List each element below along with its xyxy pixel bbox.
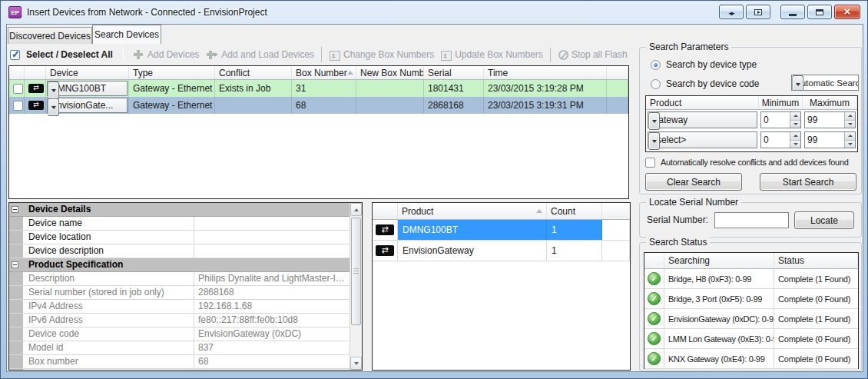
spin-down-button[interactable] xyxy=(790,141,800,148)
spin-up-button[interactable] xyxy=(790,112,800,121)
combo-dropdown-button[interactable] xyxy=(48,98,59,113)
header-checkbox-column[interactable] xyxy=(9,66,25,79)
close-button[interactable] xyxy=(834,5,860,19)
collapse-minus-icon[interactable] xyxy=(12,261,18,268)
clear-search-button[interactable]: Clear Search xyxy=(645,173,742,191)
property-row[interactable]: Firmware version 2.33 xyxy=(9,369,350,370)
collapse-minus-icon[interactable] xyxy=(12,206,18,213)
property-value[interactable]: 2.33 xyxy=(194,369,350,370)
property-value[interactable]: fe80::217:88ff:fe0b:10d8 xyxy=(194,314,350,327)
column-header-minimum[interactable]: Minimum xyxy=(759,96,803,109)
dock-toggle-button[interactable] xyxy=(719,5,744,19)
scroll-up-button[interactable] xyxy=(350,203,362,216)
auto-resolve-checkbox[interactable] xyxy=(645,158,655,168)
column-header-product[interactable]: Product xyxy=(398,203,547,219)
product-combobox[interactable]: <select> xyxy=(648,131,757,148)
product-count-row[interactable]: DMNG100BT 1 xyxy=(373,220,630,241)
header-icon-column[interactable] xyxy=(25,66,46,79)
column-header-product[interactable]: Product xyxy=(646,96,759,109)
minimize-button[interactable] xyxy=(780,5,805,19)
spin-down-button[interactable] xyxy=(845,141,855,148)
column-header-new-box-number[interactable]: New Box Number xyxy=(356,66,424,79)
toolbar-button[interactable]: Update Box Numbers xyxy=(439,48,551,62)
property-row[interactable]: IPv6 Address fe80::217:88ff:fe0b:10d8 xyxy=(9,314,350,327)
property-row[interactable]: Device Details xyxy=(9,203,350,217)
property-row[interactable]: Serial number (stored in job only) 28681… xyxy=(9,286,350,300)
property-value[interactable]: EnvisionGateway (0xDC) xyxy=(194,327,350,341)
column-header-type[interactable]: Type xyxy=(129,66,215,79)
column-header-conflict[interactable]: Conflict xyxy=(215,66,292,79)
combo-dropdown-button[interactable] xyxy=(648,132,660,148)
maximum-spinner[interactable]: 99 xyxy=(804,131,856,148)
property-value[interactable]: Philips Dynalite and LightMaster-IP Ethe… xyxy=(194,272,350,285)
product-count-row[interactable]: EnvisionGateway 1 xyxy=(373,241,630,261)
property-value[interactable]: 68 xyxy=(194,355,350,368)
search-status-row[interactable]: Bridge, 3 Port (0xF5): 0-99 Complete (0 … xyxy=(644,289,858,309)
property-row[interactable]: Device name xyxy=(9,217,350,231)
column-header-status[interactable]: Status xyxy=(774,253,858,268)
search-mode-dropdown[interactable]: Automatic Search xyxy=(791,75,859,91)
property-row[interactable]: Description Philips Dynalite and LightMa… xyxy=(9,272,350,286)
minimum-spinner[interactable]: 0 xyxy=(760,111,801,128)
tab[interactable]: Discovered Devices xyxy=(8,27,92,44)
property-row[interactable]: IPv4 Address 192.168.1.68 xyxy=(9,300,350,314)
property-value[interactable]: 837 xyxy=(194,341,350,354)
spin-up-button[interactable] xyxy=(790,132,800,141)
search-by-device-code-radio[interactable] xyxy=(651,79,661,89)
property-value[interactable] xyxy=(194,231,350,244)
spin-down-button[interactable] xyxy=(790,121,800,128)
property-row[interactable]: Product Specification xyxy=(9,258,350,272)
toolbar-button[interactable]: Add Devices xyxy=(131,47,200,62)
device-row[interactable]: DMNG100BT Gateway - Ethernet (... Exists… xyxy=(9,80,628,97)
search-status-row[interactable]: KNX Gateway (0xE4): 0-99 Complete (0 Fou… xyxy=(644,349,858,369)
maximize-button[interactable] xyxy=(807,5,832,19)
search-by-device-type-radio[interactable] xyxy=(651,60,661,70)
column-header-device[interactable]: Device xyxy=(46,66,129,79)
search-status-row[interactable]: LMM Lon Gateway (0xE3): 0-99 Complete (0… xyxy=(644,329,858,349)
property-row[interactable]: Device code EnvisionGateway (0xDC) xyxy=(9,327,350,341)
column-header-box-number[interactable]: Box Number xyxy=(292,66,356,79)
property-row[interactable]: Model id 837 xyxy=(9,341,350,355)
toolbar-button[interactable]: Change Box Numbers xyxy=(328,48,436,62)
property-row[interactable]: Device description xyxy=(9,244,350,258)
spin-up-button[interactable] xyxy=(845,132,855,141)
tab[interactable]: Search Devices xyxy=(92,25,161,44)
details-scrollbar[interactable] xyxy=(350,203,362,370)
search-status-row[interactable]: EnvisionGateway (0xDC): 0-99 Complete (1… xyxy=(644,309,858,329)
product-combobox[interactable]: Gateway xyxy=(648,111,757,128)
device-combobox[interactable]: DMNG100BT xyxy=(47,81,128,96)
locate-button[interactable]: Locate xyxy=(794,211,854,229)
column-header-time[interactable]: Time xyxy=(484,66,607,79)
select-deselect-all-checkbox[interactable] xyxy=(10,50,20,60)
property-row[interactable]: Device location xyxy=(9,231,350,244)
toolbar-button[interactable]: Stop all Flashing xyxy=(557,48,628,62)
property-row[interactable]: Box number 68 xyxy=(9,355,350,369)
spin-up-button[interactable] xyxy=(845,112,855,121)
property-value[interactable] xyxy=(194,244,350,258)
scroll-down-button[interactable] xyxy=(350,357,362,370)
device-row[interactable]: EnvisionGate... Gateway - Ethernet (... … xyxy=(9,97,628,114)
combo-dropdown-button[interactable] xyxy=(648,112,660,128)
row-checkbox[interactable] xyxy=(13,84,23,94)
column-header-serial[interactable]: Serial xyxy=(424,66,484,79)
combo-dropdown-button[interactable] xyxy=(48,81,59,96)
property-value[interactable] xyxy=(194,217,350,230)
property-value[interactable]: 2868168 xyxy=(194,286,350,299)
combo-dropdown-button[interactable] xyxy=(792,75,803,91)
toolbar-button[interactable]: Add and Load Devices xyxy=(204,47,322,62)
spin-down-button[interactable] xyxy=(845,121,855,128)
start-search-button[interactable]: Start Search xyxy=(760,173,856,191)
search-status-row[interactable]: Bridge, H8 (0xF3): 0-99 Complete (1 Foun… xyxy=(644,269,858,289)
row-checkbox[interactable] xyxy=(13,101,23,111)
column-header-searching[interactable]: Searching xyxy=(664,253,774,268)
scrollbar-thumb[interactable] xyxy=(351,218,361,325)
column-header-count[interactable]: Count xyxy=(547,203,602,219)
serial-number-input[interactable] xyxy=(714,212,789,228)
detach-window-button[interactable] xyxy=(746,5,770,19)
header-icon-column[interactable] xyxy=(373,203,398,219)
maximum-spinner[interactable]: 99 xyxy=(804,111,856,128)
device-combobox[interactable]: EnvisionGate... xyxy=(47,98,128,113)
column-header-maximum[interactable]: Maximum xyxy=(803,96,857,109)
property-value[interactable]: 192.168.1.68 xyxy=(194,300,350,313)
minimum-spinner[interactable]: 0 xyxy=(760,131,801,148)
